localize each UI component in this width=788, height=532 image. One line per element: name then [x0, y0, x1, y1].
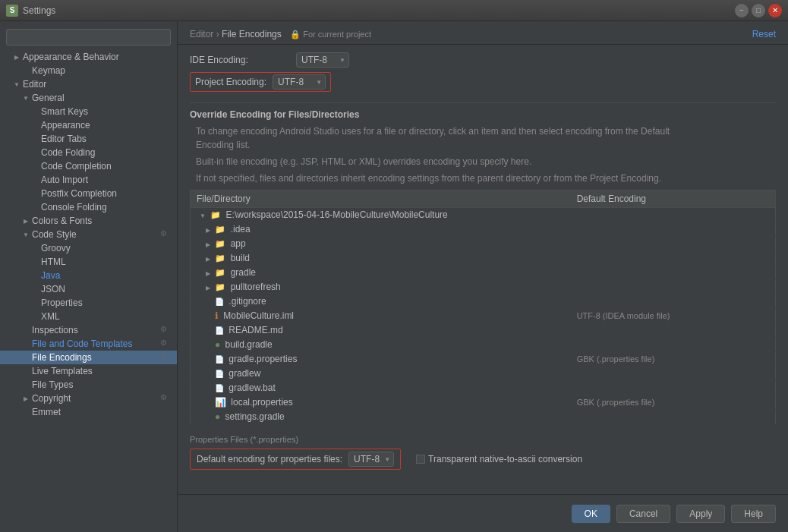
file-name: local.properties: [231, 397, 292, 408]
expand-icon: ▶: [21, 394, 30, 403]
info-text-3: If not specified, files and directories …: [190, 172, 776, 185]
sidebar-item-java[interactable]: Java: [0, 269, 177, 282]
reset-button[interactable]: Reset: [752, 29, 776, 39]
table-row[interactable]: ▼ 📁 E:\workspace\2015-04-16-MobileCultur…: [191, 208, 776, 222]
sidebar-item-inspections[interactable]: Inspections ⚙: [0, 323, 177, 337]
table-row[interactable]: ▶ 📁 gradle: [191, 266, 776, 280]
table-row[interactable]: ▶ 📁 app: [191, 237, 776, 251]
help-button[interactable]: Help: [731, 505, 776, 523]
app-icon: S: [6, 5, 18, 17]
sidebar-item-groovy[interactable]: Groovy: [0, 241, 177, 255]
file-name: pulltorefresh: [231, 282, 281, 292]
sidebar-item-label: Java: [41, 270, 60, 281]
spacer: [21, 408, 30, 417]
file-encoding: [571, 237, 776, 251]
dropdown-arrow-icon: ▼: [339, 57, 345, 64]
table-row[interactable]: ▶ 📁 pulltorefresh: [191, 280, 776, 294]
folder-icon: 📁: [215, 253, 225, 263]
sidebar-item-label: Postfix Completion: [41, 188, 117, 199]
sidebar-item-auto-import[interactable]: Auto Import: [0, 173, 177, 187]
table-row[interactable]: 📄 gradlew: [191, 367, 776, 381]
settings-icon: ⚙: [160, 393, 171, 404]
settings-icon: ⚙: [160, 325, 171, 335]
project-encoding-dropdown[interactable]: UTF-8 ▼: [273, 74, 326, 90]
sidebar-item-colors-fonts[interactable]: ▶ Colors & Fonts: [0, 214, 177, 228]
sidebar-item-general[interactable]: ▼ General: [0, 91, 177, 105]
minimize-button[interactable]: −: [735, 4, 749, 17]
project-encoding-row: Project Encoding: UTF-8 ▼: [190, 72, 331, 92]
table-row[interactable]: ▶ 📁 build: [191, 251, 776, 266]
settings-icon: ⚙: [160, 229, 171, 240]
maximize-button[interactable]: □: [752, 4, 765, 17]
default-encoding-dropdown[interactable]: UTF-8 ▼: [348, 452, 394, 467]
sidebar-item-file-encodings[interactable]: File Encodings ⚙: [0, 351, 177, 364]
table-row[interactable]: 📄 .gitignore: [191, 294, 776, 309]
search-input[interactable]: [6, 29, 171, 46]
table-row[interactable]: 📄 gradlew.bat: [191, 381, 776, 395]
sidebar-item-console-folding[interactable]: Console Folding: [0, 200, 177, 214]
window-title: Settings: [23, 5, 735, 16]
sidebar-item-code-folding[interactable]: Code Folding: [0, 146, 177, 159]
sidebar-item-json[interactable]: JSON: [0, 282, 177, 296]
tree-arrow: ▶: [206, 285, 210, 291]
file-icon: 📄: [215, 297, 224, 306]
table-row[interactable]: 📊 local.properties GBK (.properties file…: [191, 395, 776, 410]
expand-icon: ▶: [21, 216, 30, 225]
sidebar-item-postfix-completion[interactable]: Postfix Completion: [0, 187, 177, 200]
sidebar-item-editor-tabs[interactable]: Editor Tabs: [0, 132, 177, 146]
sidebar-item-label: Auto Import: [41, 175, 88, 185]
sidebar-item-emmet[interactable]: Emmet: [0, 405, 177, 419]
table-row[interactable]: 📄 gradle.properties GBK (.properties fil…: [191, 352, 776, 367]
folder-icon: 📁: [215, 268, 225, 277]
sidebar-item-editor[interactable]: ▼ Editor: [0, 77, 177, 91]
spacer: [30, 257, 39, 266]
sidebar-item-file-types[interactable]: File Types: [0, 378, 177, 392]
sidebar-item-label: Code Completion: [41, 161, 112, 172]
table-row[interactable]: ℹ MobileCulture.iml UTF-8 (IDEA module f…: [191, 309, 776, 323]
sidebar-item-code-completion[interactable]: Code Completion: [0, 159, 177, 173]
sidebar-item-label: Inspections: [32, 325, 78, 335]
close-button[interactable]: ✕: [768, 4, 782, 17]
spacer: [30, 271, 39, 280]
sidebar-item-label: JSON: [41, 284, 65, 294]
spacer: [21, 326, 30, 335]
ide-encoding-row: IDE Encoding: UTF-8 ▼: [190, 52, 776, 68]
sidebar-item-smart-keys[interactable]: Smart Keys: [0, 105, 177, 118]
ok-button[interactable]: OK: [572, 505, 610, 523]
cancel-button[interactable]: Cancel: [616, 505, 670, 523]
spacer: [21, 367, 30, 376]
file-encoding: UTF-8 (IDEA module file): [577, 311, 670, 320]
transparent-label: Transparent native-to-ascii conversion: [428, 454, 582, 464]
table-row[interactable]: 📄 README.md: [191, 323, 776, 338]
sidebar-item-appearance[interactable]: Appearance: [0, 118, 177, 132]
table-row[interactable]: ● build.gradle: [191, 338, 776, 352]
ide-encoding-dropdown[interactable]: UTF-8 ▼: [296, 52, 349, 68]
project-encoding-value: UTF-8: [278, 77, 304, 87]
sidebar-item-html[interactable]: HTML: [0, 255, 177, 269]
spacer: [21, 66, 30, 75]
table-row[interactable]: ● settings.gradle: [191, 410, 776, 424]
transparent-checkbox[interactable]: [416, 455, 425, 464]
spacer: [30, 312, 39, 321]
breadcrumb-parent: Editor: [190, 29, 213, 39]
file-name: gradlew: [229, 368, 260, 379]
table-row[interactable]: ▶ 📁 .idea: [191, 222, 776, 237]
file-name: gradle.properties: [229, 354, 297, 364]
apply-button[interactable]: Apply: [676, 505, 725, 523]
info-text-1: To change encoding Android Studio uses f…: [190, 124, 776, 152]
file-encoding: [571, 266, 776, 280]
file-name: README.md: [229, 325, 282, 335]
sidebar-item-code-style[interactable]: ▼ Code Style ⚙: [0, 228, 177, 241]
sidebar-item-xml[interactable]: XML: [0, 310, 177, 323]
spacer: [21, 380, 30, 389]
sidebar-item-properties[interactable]: Properties: [0, 296, 177, 310]
expand-icon: ▶: [12, 52, 21, 61]
sidebar-item-copyright[interactable]: ▶ Copyright ⚙: [0, 392, 177, 405]
sidebar-item-keymap[interactable]: Keymap: [0, 64, 177, 77]
sidebar-item-file-code-templates[interactable]: File and Code Templates ⚙: [0, 337, 177, 351]
content-body: IDE Encoding: UTF-8 ▼ Project Encoding: …: [178, 45, 788, 494]
sidebar-item-appearance-behavior[interactable]: ▶ Appearance & Behavior: [0, 50, 177, 64]
sidebar-item-live-templates[interactable]: Live Templates: [0, 364, 177, 378]
breadcrumb-current: File Encodings: [222, 29, 282, 39]
spacer: [30, 121, 39, 130]
